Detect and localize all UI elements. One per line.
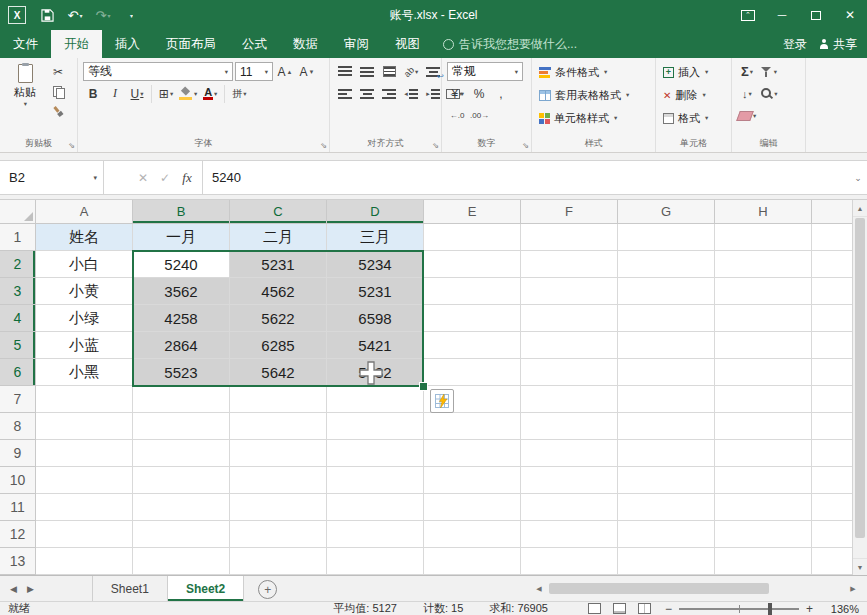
cell-B5[interactable]: 2864 <box>133 332 230 359</box>
cell-E4[interactable] <box>424 305 521 332</box>
row-header-8[interactable]: 8 <box>0 413 36 440</box>
row-header-5[interactable]: 5 <box>0 332 36 359</box>
horizontal-scrollbar[interactable]: ◀ ▶ <box>531 576 867 601</box>
cell-A3[interactable]: 小黄 <box>36 278 133 305</box>
cell-E1[interactable] <box>424 224 521 251</box>
zoom-slider-thumb[interactable] <box>768 603 772 615</box>
cell-B7[interactable] <box>133 386 230 413</box>
cell-F9[interactable] <box>521 440 618 467</box>
minimize-button[interactable]: ─ <box>765 0 799 30</box>
cell-D7[interactable] <box>327 386 424 413</box>
cell-F12[interactable] <box>521 521 618 548</box>
cell-A13[interactable] <box>36 548 133 575</box>
fill-color-button[interactable]: ▾ <box>178 84 198 103</box>
cell-G8[interactable] <box>618 413 715 440</box>
ribbon-tab-页面布局[interactable]: 页面布局 <box>153 30 229 58</box>
ribbon-display-options-button[interactable]: ⌃ <box>731 0 765 30</box>
ribbon-tab-开始[interactable]: 开始 <box>51 30 102 58</box>
cell-G12[interactable] <box>618 521 715 548</box>
cell-A5[interactable]: 小蓝 <box>36 332 133 359</box>
row-header-9[interactable]: 9 <box>0 440 36 467</box>
sheet-tab-Sheet2[interactable]: Sheet2 <box>168 576 244 601</box>
normal-view-button[interactable] <box>588 603 601 614</box>
align-left-button[interactable] <box>335 84 355 103</box>
cell-B9[interactable] <box>133 440 230 467</box>
font-size-select[interactable]: 11 ▾ <box>235 62 273 81</box>
redo-button[interactable]: ↷▾ <box>90 3 116 27</box>
cell-D3[interactable]: 5231 <box>327 278 424 305</box>
cell-D13[interactable] <box>327 548 424 575</box>
cell-A12[interactable] <box>36 521 133 548</box>
number-dialog-launcher[interactable]: ⇘ <box>522 142 529 150</box>
cell-C1[interactable]: 二月 <box>230 224 327 251</box>
ribbon-tab-文件[interactable]: 文件 <box>0 30 51 58</box>
cell-H1[interactable] <box>715 224 812 251</box>
page-layout-view-button[interactable] <box>613 603 626 614</box>
align-right-button[interactable] <box>379 84 399 103</box>
excel-app-icon[interactable]: X <box>8 6 26 24</box>
status-sum[interactable]: 求和: 76905 <box>489 601 548 615</box>
decrease-indent-button[interactable]: ◂ <box>401 84 421 103</box>
row-header-10[interactable]: 10 <box>0 467 36 494</box>
cell-H2[interactable] <box>715 251 812 278</box>
zoom-out-button[interactable]: − <box>665 602 672 615</box>
cell-A1[interactable]: 姓名 <box>36 224 133 251</box>
quick-analysis-button[interactable] <box>430 389 454 413</box>
wrap-text-button[interactable]: ↩ <box>423 62 443 81</box>
clear-button[interactable]: ▾ <box>737 106 757 125</box>
cell-B12[interactable] <box>133 521 230 548</box>
fill-button[interactable]: ↓▾ <box>737 84 757 103</box>
cell-D5[interactable]: 5421 <box>327 332 424 359</box>
cell-B6[interactable]: 5523 <box>133 359 230 386</box>
cell-G4[interactable] <box>618 305 715 332</box>
column-header-H[interactable]: H <box>715 200 812 224</box>
row-header-2[interactable]: 2 <box>0 251 36 278</box>
scroll-up-button[interactable]: ▲ <box>853 200 867 217</box>
cell-C4[interactable]: 5622 <box>230 305 327 332</box>
currency-format-button[interactable]: ¥▾ <box>447 84 467 103</box>
close-button[interactable]: ✕ <box>833 0 867 30</box>
row-header-1[interactable]: 1 <box>0 224 36 251</box>
cell-H9[interactable] <box>715 440 812 467</box>
cell-A4[interactable]: 小绿 <box>36 305 133 332</box>
ribbon-tab-审阅[interactable]: 审阅 <box>331 30 382 58</box>
formula-input[interactable]: 5240 <box>203 161 849 194</box>
increase-font-size-button[interactable]: A▲ <box>275 62 295 81</box>
format-cells-button[interactable]: 格式 ▾ <box>661 108 726 128</box>
cell-G6[interactable] <box>618 359 715 386</box>
column-header-C[interactable]: C <box>230 200 327 224</box>
font-name-select[interactable]: 等线 ▾ <box>83 62 233 81</box>
vertical-scroll-thumb[interactable] <box>855 218 865 538</box>
column-header-G[interactable]: G <box>618 200 715 224</box>
italic-button[interactable]: I <box>105 84 125 103</box>
cell-A7[interactable] <box>36 386 133 413</box>
cell-H5[interactable] <box>715 332 812 359</box>
enter-formula-button[interactable]: ✓ <box>154 171 176 185</box>
cell-A9[interactable] <box>36 440 133 467</box>
sign-in-button[interactable]: 登录 <box>783 36 807 53</box>
decrease-decimal-button[interactable]: .00→ <box>469 106 490 125</box>
cell-H7[interactable] <box>715 386 812 413</box>
cell-F1[interactable] <box>521 224 618 251</box>
cell-G13[interactable] <box>618 548 715 575</box>
cell-E10[interactable] <box>424 467 521 494</box>
cell-C13[interactable] <box>230 548 327 575</box>
cell-D2[interactable]: 5234 <box>327 251 424 278</box>
cell-E2[interactable] <box>424 251 521 278</box>
undo-button[interactable]: ↶▾ <box>62 3 88 27</box>
cell-D9[interactable] <box>327 440 424 467</box>
format-painter-button[interactable] <box>48 102 68 121</box>
cell-B1[interactable]: 一月 <box>133 224 230 251</box>
column-header-A[interactable]: A <box>36 200 133 224</box>
cell-H13[interactable] <box>715 548 812 575</box>
cell-G11[interactable] <box>618 494 715 521</box>
page-break-view-button[interactable] <box>638 603 651 614</box>
share-button[interactable]: 共享 <box>819 36 857 53</box>
cell-C2[interactable]: 5231 <box>230 251 327 278</box>
cell-E9[interactable] <box>424 440 521 467</box>
insert-cells-button[interactable]: + 插入 ▾ <box>661 62 726 82</box>
cell-E13[interactable] <box>424 548 521 575</box>
cell-A10[interactable] <box>36 467 133 494</box>
cell-F10[interactable] <box>521 467 618 494</box>
tell-me-box[interactable]: 告诉我您想要做什么... <box>443 30 577 58</box>
